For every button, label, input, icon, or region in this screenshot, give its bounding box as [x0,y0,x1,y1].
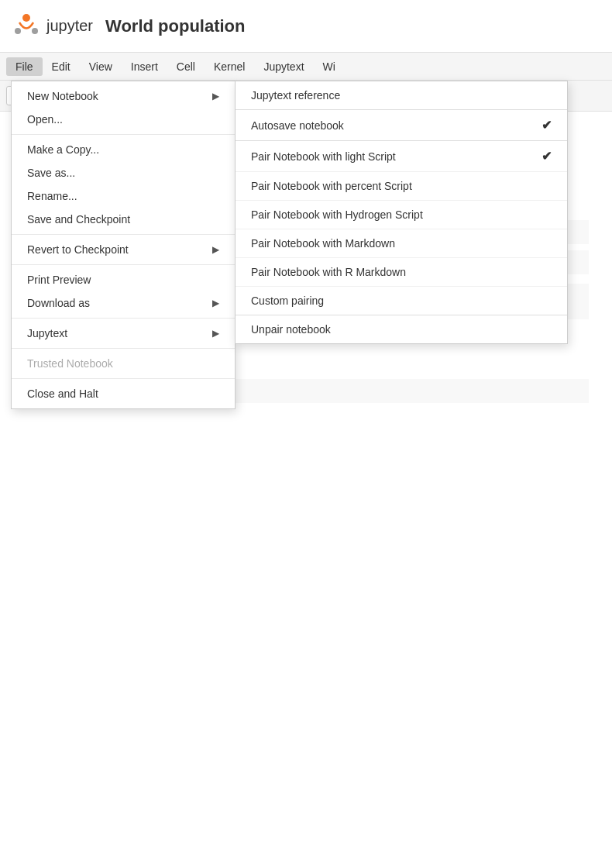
menu-section-5: Jupytext ▶ [12,319,235,349]
menu-rename[interactable]: Rename... [12,184,235,208]
menu-make-copy[interactable]: Make a Copy... [12,138,235,161]
menu-new-notebook[interactable]: New Notebook ▶ [12,84,235,108]
menu-save-checkpoint[interactable]: Save and Checkpoint [12,208,235,231]
revert-checkpoint-arrow: ▶ [212,244,219,255]
jupyter-logo: jupyter [12,12,93,40]
svg-point-1 [15,28,21,34]
submenu-pair-markdown[interactable]: Pair Notebook with Markdown [236,229,567,258]
menu-insert[interactable]: Insert [122,57,167,76]
menu-section-6: Trusted Notebook [12,349,235,379]
submenu-custom-pairing[interactable]: Custom pairing [236,287,567,315]
download-as-arrow: ▶ [212,298,219,308]
menu-section-2: Make a Copy... Save as... Rename... Save… [12,135,235,235]
menu-section-1: New Notebook ▶ Open... [12,81,235,135]
menu-cell[interactable]: Cell [167,57,205,76]
menu-section-4: Print Preview Download as ▶ [12,265,235,319]
menu-jupytext[interactable]: Jupytext [254,57,313,76]
menu-jupytext[interactable]: Jupytext ▶ [12,322,235,345]
header: jupyter World population [0,0,612,53]
submenu-pair-light-script[interactable]: Pair Notebook with light Script ✔ [236,141,567,172]
menu-download-as[interactable]: Download as ▶ [12,291,235,315]
new-notebook-arrow: ▶ [212,91,219,102]
submenu-section-2: Autosave notebook ✔ [236,110,567,141]
menu-view[interactable]: View [80,57,122,76]
submenu-section-3: Pair Notebook with light Script ✔ Pair N… [236,141,567,315]
jupytext-arrow: ▶ [212,328,219,339]
menu-open[interactable]: Open... [12,108,235,131]
submenu-section-1: Jupytext reference [236,81,567,110]
jupytext-submenu: Jupytext reference Autosave notebook ✔ P… [235,81,568,344]
autosave-checkmark: ✔ [542,118,552,133]
svg-point-0 [22,14,30,22]
menu-section-3: Revert to Checkpoint ▶ [12,235,235,265]
submenu-jupytext-reference[interactable]: Jupytext reference [236,81,567,109]
notebook-title[interactable]: World population [105,16,245,36]
menu-file[interactable]: File [6,57,43,76]
menubar: File Edit View Insert Cell Kernel Jupyte… [0,53,612,81]
file-menu-dropdown: New Notebook ▶ Open... Make a Copy... Sa… [11,81,236,409]
menu-kernel[interactable]: Kernel [205,57,254,76]
menu-trusted-notebook: Trusted Notebook [12,352,235,375]
menu-close-halt[interactable]: Close and Halt [12,382,235,405]
menu-save-as[interactable]: Save as... [12,161,235,184]
submenu-section-4: Unpair notebook [236,315,567,343]
submenu-pair-percent-script[interactable]: Pair Notebook with percent Script [236,172,567,201]
svg-point-2 [32,28,38,34]
submenu-autosave-notebook[interactable]: Autosave notebook ✔ [236,110,567,140]
menu-section-7: Close and Halt [12,379,235,408]
menu-print-preview[interactable]: Print Preview [12,268,235,291]
submenu-unpair-notebook[interactable]: Unpair notebook [236,315,567,343]
menu-edit[interactable]: Edit [43,57,80,76]
submenu-pair-r-markdown[interactable]: Pair Notebook with R Markdown [236,258,567,287]
jupyter-icon [12,12,40,40]
jupyter-wordmark: jupyter [46,17,93,35]
menu-revert-checkpoint[interactable]: Revert to Checkpoint ▶ [12,238,235,261]
pair-light-checkmark: ✔ [542,149,552,164]
submenu-pair-hydrogen-script[interactable]: Pair Notebook with Hydrogen Script [236,201,567,229]
menu-wi[interactable]: Wi [314,57,345,76]
